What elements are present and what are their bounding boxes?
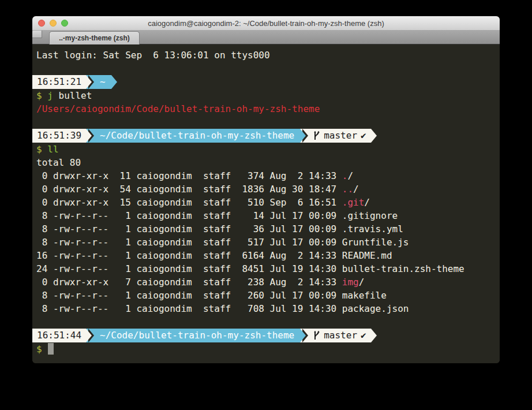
git-clean-check-icon: ✔ [361,329,366,342]
powerline-arrow-icon [300,129,308,143]
ls-row: 8 -rw-r--r-- 1 caiogondim staff 36 Jul 1… [32,222,500,236]
ls-total-line: total 80 [32,156,500,169]
prompt-dir-segment: ~/Code/bullet-train-oh-my-zsh-theme [94,129,300,143]
git-branch-name: master [324,129,357,143]
ls-row-meta: 0 drwxr-xr-x 15 caiogondim staff 510 Sep… [36,197,342,208]
powerline-arrow-icon [86,329,94,342]
tab-bar: ..-my-zsh-theme (zsh) [32,31,500,44]
ls-row-meta: 16 -rw-r--r-- 1 caiogondim staff 6164 Au… [36,250,342,261]
prompt-git-segment: master ✔ [308,329,370,342]
prompt-time-segment: 16:51:21 [32,75,86,89]
powerline-arrow-icon [371,329,379,342]
prompt-bar: 16:51:44 ~/Code/bullet-train-oh-my-zsh-t… [32,329,500,342]
ls-row-meta: 8 -rw-r--r-- 1 caiogondim staff 708 Jul … [36,303,342,314]
prompt-dir-segment: ~ [94,75,111,89]
ls-row-meta: 24 -rw-r--r-- 1 caiogondim staff 8451 Ju… [36,263,342,274]
ls-row: 0 drwxr-xr-x 15 caiogondim staff 510 Sep… [32,196,500,209]
powerline-arrow-icon [300,329,308,342]
ls-row: 8 -rw-r--r-- 1 caiogondim staff 517 Jul … [32,236,500,249]
ls-row: 8 -rw-r--r-- 1 caiogondim staff 260 Jul … [32,289,500,302]
ls-row: 0 drwxr-xr-x 7 caiogondim staff 238 Aug … [32,275,500,289]
ls-row: 24 -rw-r--r-- 1 caiogondim staff 8451 Ju… [32,262,500,275]
ls-row-name: package.json [342,303,409,314]
window-title: caiogondim@caiogondim-2: ~/Code/bullet-t… [32,19,500,28]
ls-row-meta: 8 -rw-r--r-- 1 caiogondim staff 14 Jul 1… [36,210,342,221]
title-bar[interactable]: caiogondim@caiogondim-2: ~/Code/bullet-t… [32,16,500,31]
git-clean-check-icon: ✔ [361,129,366,143]
tab-bar-left-stub [32,31,42,38]
command-line: $ ll [32,143,500,156]
ls-row-dirname: img [342,277,359,288]
command-name: ll [47,144,58,155]
ls-row-name: README.md [342,250,392,261]
ls-row-name: / [347,170,353,181]
last-login-line: Last login: Sat Sep 6 13:06:01 on ttys00… [32,49,500,62]
ls-row: 8 -rw-r--r-- 1 caiogondim staff 708 Jul … [32,302,500,315]
prompt-dollar: $ [36,144,42,155]
command-args: bullet [53,90,92,101]
command-name: j [47,90,53,101]
ls-row: 0 drwxr-xr-x 54 caiogondim staff 1836 Au… [32,182,500,196]
input-line[interactable]: $ [32,342,500,356]
blank-line [32,315,500,329]
prompt-dollar: $ [36,90,42,101]
tab-active[interactable]: ..-my-zsh-theme (zsh) [49,31,140,44]
command-line: $ j bullet [32,89,500,102]
ls-row-name: / [353,184,359,195]
powerline-arrow-icon [86,129,94,143]
ls-row: 8 -rw-r--r-- 1 caiogondim staff 14 Jul 1… [32,209,500,222]
terminal-content[interactable]: Last login: Sat Sep 6 13:06:01 on ttys00… [32,44,500,363]
powerline-arrow-icon [86,75,94,89]
ls-row-name: / [359,277,365,288]
ls-row-meta: 0 drwxr-xr-x 11 caiogondim staff 374 Aug… [36,170,342,181]
ls-row-meta: 8 -rw-r--r-- 1 caiogondim staff 260 Jul … [36,290,342,301]
prompt-git-segment: master ✔ [308,129,370,143]
ls-row: 16 -rw-r--r-- 1 caiogondim staff 6164 Au… [32,249,500,262]
git-branch-name: master [324,329,357,342]
prompt-dir-segment: ~/Code/bullet-train-oh-my-zsh-theme [94,329,300,342]
ls-row-name: Gruntfile.js [342,237,409,248]
powerline-arrow-icon [111,75,119,89]
prompt-dollar: $ [36,344,42,355]
terminal-window: caiogondim@caiogondim-2: ~/Code/bullet-t… [32,16,500,363]
text-cursor[interactable] [48,343,54,355]
prompt-time-segment: 16:51:39 [32,129,86,143]
prompt-bar: 16:51:21 ~ [32,75,500,89]
ls-row-name: .gitignore [342,210,398,221]
ls-row-meta: 8 -rw-r--r-- 1 caiogondim staff 517 Jul … [36,237,342,248]
blank-line [32,115,500,129]
prompt-time-segment: 16:51:44 [32,329,86,342]
ls-row-dirname: .. [342,184,353,195]
prompt-bar: 16:51:39 ~/Code/bullet-train-oh-my-zsh-t… [32,129,500,143]
ls-row-name: makefile [342,290,387,301]
jump-output-line: /Users/caiogondim/Code/bullet-train-oh-m… [32,102,500,115]
ls-row-name: .travis.yml [342,223,403,234]
git-branch-icon [313,131,320,141]
ls-row-meta: 0 drwxr-xr-x 7 caiogondim staff 238 Aug … [36,277,342,288]
git-branch-icon [313,330,320,341]
blank-line [32,62,500,75]
powerline-arrow-icon [371,129,379,143]
ls-row-dirname: . [342,170,348,181]
ls-row-name: / [364,197,370,208]
ls-row-name: bullet-train.zsh-theme [342,263,464,274]
ls-row: 0 drwxr-xr-x 11 caiogondim staff 374 Aug… [32,169,500,182]
ls-row-dirname: .git [342,197,365,208]
ls-row-meta: 0 drwxr-xr-x 54 caiogondim staff 1836 Au… [36,184,342,195]
ls-row-meta: 8 -rw-r--r-- 1 caiogondim staff 36 Jul 1… [36,223,342,234]
